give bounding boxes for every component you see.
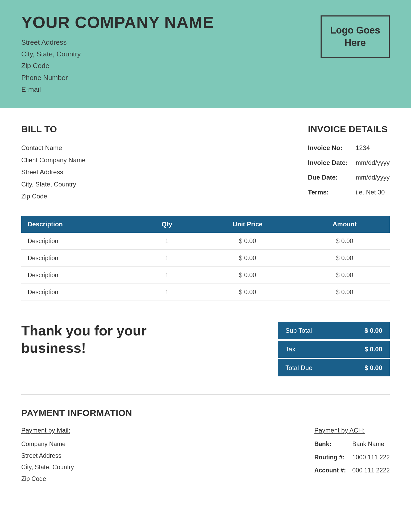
row-qty: 1 <box>138 267 196 284</box>
header: YOUR COMPANY NAME Street Address City, S… <box>0 0 411 108</box>
table-row: Description 1 $ 0.00 $ 0.00 <box>21 267 390 284</box>
payment-title: PAYMENT INFORMATION <box>21 408 390 418</box>
row-qty: 1 <box>138 250 196 267</box>
invoice-date-value: mm/dd/yyyy <box>356 157 390 169</box>
subtotal-value: $ 0.00 <box>364 327 382 334</box>
table-header-row: Description Qty Unit Price Amount <box>21 216 390 233</box>
row-amount: $ 0.00 <box>300 267 390 284</box>
company-name: YOUR COMPANY NAME <box>21 13 214 32</box>
tax-value: $ 0.00 <box>364 346 382 353</box>
payment-mail-title: Payment by Mail: <box>21 427 74 434</box>
routing-label: Routing #: <box>314 452 346 463</box>
street-address: Street Address <box>21 36 214 48</box>
summary-section: Thank you for your business! Sub Total $… <box>0 311 411 394</box>
account-value: 000 111 2222 <box>352 465 390 476</box>
terms-label: Terms: <box>308 186 348 198</box>
row-amount: $ 0.00 <box>300 284 390 301</box>
bank-label: Bank: <box>314 438 346 450</box>
col-description: Description <box>21 216 138 233</box>
city-state-country: City, State, Country <box>21 48 214 60</box>
totals-table: Sub Total $ 0.00 Tax $ 0.00 Total Due $ … <box>278 322 390 378</box>
col-amount: Amount <box>300 216 390 233</box>
row-amount: $ 0.00 <box>300 233 390 250</box>
billing-section: BILL TO Contact Name Client Company Name… <box>0 108 411 216</box>
row-description: Description <box>21 284 138 301</box>
ach-grid: Bank: Bank Name Routing #: 1000 111 222 … <box>314 438 390 476</box>
row-amount: $ 0.00 <box>300 250 390 267</box>
table-row: Description 1 $ 0.00 $ 0.00 <box>21 250 390 267</box>
bill-to: BILL TO Contact Name Client Company Name… <box>21 124 85 202</box>
bill-street: Street Address <box>21 166 85 178</box>
invoice-no-value: 1234 <box>356 142 390 154</box>
tax-label: Tax <box>285 346 295 353</box>
invoice-details: INVOICE DETAILS Invoice No: 1234 Invoice… <box>308 124 390 202</box>
payment-ach-col: Payment by ACH: Bank: Bank Name Routing … <box>314 427 390 485</box>
invoice-grid: Invoice No: 1234 Invoice Date: mm/dd/yyy… <box>308 142 390 198</box>
bill-city: City, State, Country <box>21 178 85 190</box>
subtotal-label: Sub Total <box>285 327 312 334</box>
row-description: Description <box>21 233 138 250</box>
row-qty: 1 <box>138 233 196 250</box>
total-label: Total Due <box>285 364 312 372</box>
row-unit-price: $ 0.00 <box>196 233 300 250</box>
row-description: Description <box>21 267 138 284</box>
payment-columns: Payment by Mail: Company Name Street Add… <box>21 427 390 485</box>
logo-text: Logo GoesHere <box>330 24 380 49</box>
account-label: Account #: <box>314 465 346 476</box>
row-unit-price: $ 0.00 <box>196 284 300 301</box>
mail-zip: Zip Code <box>21 473 74 485</box>
contact-name: Contact Name <box>21 142 85 154</box>
email: E-mail <box>21 84 214 95</box>
routing-value: 1000 111 222 <box>352 452 390 463</box>
invoice-no-label: Invoice No: <box>308 142 348 154</box>
bank-value: Bank Name <box>352 438 390 450</box>
invoice-date-label: Invoice Date: <box>308 157 348 169</box>
table-row: Description 1 $ 0.00 $ 0.00 <box>21 233 390 250</box>
bill-to-title: BILL TO <box>21 124 85 134</box>
payment-ach-title: Payment by ACH: <box>314 427 390 434</box>
total-row: Total Due $ 0.00 <box>278 359 390 376</box>
col-unit-price: Unit Price <box>196 216 300 233</box>
zip-code: Zip Code <box>21 60 214 72</box>
col-qty: Qty <box>138 216 196 233</box>
total-value: $ 0.00 <box>364 364 382 372</box>
invoice-table: Description Qty Unit Price Amount Descri… <box>21 216 390 301</box>
phone-number: Phone Number <box>21 72 214 84</box>
subtotal-row: Sub Total $ 0.00 <box>278 322 390 339</box>
header-left: YOUR COMPANY NAME Street Address City, S… <box>21 13 214 95</box>
mail-street: Street Address <box>21 450 74 462</box>
invoice-details-title: INVOICE DETAILS <box>308 124 390 134</box>
row-qty: 1 <box>138 284 196 301</box>
payment-mail-col: Payment by Mail: Company Name Street Add… <box>21 427 74 485</box>
bill-zip: Zip Code <box>21 190 85 202</box>
logo-box: Logo GoesHere <box>321 15 390 58</box>
mail-city: City, State, Country <box>21 462 74 473</box>
client-company: Client Company Name <box>21 154 85 166</box>
table-row: Description 1 $ 0.00 $ 0.00 <box>21 284 390 301</box>
payment-section: PAYMENT INFORMATION Payment by Mail: Com… <box>0 394 411 501</box>
due-date-label: Due Date: <box>308 171 348 184</box>
row-description: Description <box>21 250 138 267</box>
terms-value: i.e. Net 30 <box>356 186 390 198</box>
table-section: Description Qty Unit Price Amount Descri… <box>0 216 411 311</box>
tax-row: Tax $ 0.00 <box>278 341 390 358</box>
due-date-value: mm/dd/yyyy <box>356 171 390 184</box>
row-unit-price: $ 0.00 <box>196 267 300 284</box>
thank-you-text: Thank you for your business! <box>21 322 154 357</box>
row-unit-price: $ 0.00 <box>196 250 300 267</box>
mail-company: Company Name <box>21 438 74 450</box>
